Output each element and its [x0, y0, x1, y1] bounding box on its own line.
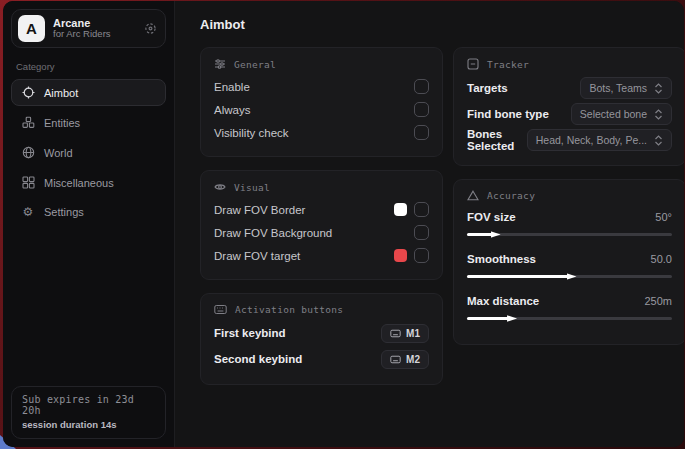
- sidebar-item-entities[interactable]: Entities: [11, 109, 166, 136]
- sidebar-item-aimbot[interactable]: Aimbot: [11, 79, 166, 106]
- slider-value: 250m: [644, 295, 672, 307]
- setting-label: Draw FOV Background: [214, 227, 332, 239]
- smoothness-slider[interactable]: [467, 275, 672, 278]
- page-title: Aimbot: [200, 17, 684, 32]
- chevrons-up-down-icon: [654, 109, 663, 120]
- keybind-value: M2: [406, 354, 420, 365]
- accuracy-card: Accuracy FOV size 50°: [453, 179, 684, 345]
- visibility-check-checkbox[interactable]: [414, 125, 429, 140]
- draw-fov-target-checkbox[interactable]: [414, 248, 429, 263]
- color-swatch[interactable]: [394, 203, 407, 216]
- setting-row-fov-size: FOV size 50°: [467, 206, 672, 236]
- setting-label: Max distance: [467, 295, 539, 307]
- slider-thumb[interactable]: [567, 272, 577, 282]
- setting-label: Enable: [214, 81, 250, 93]
- setting-row-draw-fov-target: Draw FOV target: [214, 244, 429, 267]
- card-title: Accuracy: [487, 190, 535, 201]
- card-title: General: [234, 59, 276, 70]
- boxes-icon: [21, 116, 35, 129]
- setting-row-first-keybind: First keybind M1: [214, 320, 429, 346]
- select-value: Head, Neck, Body, Pe...: [536, 134, 647, 146]
- enable-checkbox[interactable]: [414, 79, 429, 94]
- slider-value: 50.0: [651, 253, 672, 265]
- find-bone-type-select[interactable]: Selected bone: [571, 103, 672, 125]
- sidebar: A Arcane for Arc Riders Category: [3, 1, 175, 447]
- bones-selected-select[interactable]: Head, Neck, Body, Pe...: [527, 129, 672, 151]
- setting-row-bones-selected: Bones Selected Head, Neck, Body, Pe...: [467, 127, 672, 153]
- sidebar-item-label: Settings: [44, 206, 84, 218]
- slider-thumb[interactable]: [507, 314, 517, 324]
- keyboard-icon: [390, 329, 401, 338]
- main-panel: Aimbot General: [175, 1, 684, 447]
- setting-row-smoothness: Smoothness 50.0: [467, 248, 672, 278]
- setting-row-targets: Targets Bots, Teams: [467, 75, 672, 101]
- grid-icon: [21, 176, 35, 189]
- slider-thumb[interactable]: [491, 230, 501, 240]
- setting-row-max-distance: Max distance 250m: [467, 290, 672, 320]
- general-card: General Enable Always Visibility check: [200, 47, 443, 157]
- session-duration-text: session duration 14s: [22, 419, 155, 430]
- chevrons-up-down-icon: [654, 135, 663, 146]
- setting-label: Bones Selected: [467, 128, 527, 152]
- setting-label: First keybind: [214, 327, 286, 339]
- sidebar-item-settings[interactable]: ⚙ Settings: [11, 199, 166, 225]
- setting-label: Second keybind: [214, 353, 302, 365]
- select-value: Selected bone: [580, 108, 647, 120]
- keyboard-icon: [214, 304, 227, 315]
- app-subtitle: for Arc Riders: [53, 29, 111, 40]
- setting-row-find-bone-type: Find bone type Selected bone: [467, 101, 672, 127]
- draw-fov-border-checkbox[interactable]: [414, 202, 429, 217]
- second-keybind-button[interactable]: M2: [381, 350, 429, 369]
- crosshair-icon: [21, 86, 35, 99]
- slider-fill: [467, 317, 510, 320]
- card-title: Activation buttons: [235, 304, 343, 315]
- activation-buttons-card: Activation buttons First keybind M1: [200, 293, 443, 385]
- square-minus-icon: [467, 58, 479, 70]
- sub-expires-text: Sub expires in 23d 20h: [22, 394, 155, 416]
- max-distance-slider[interactable]: [467, 317, 672, 320]
- sidebar-item-world[interactable]: World: [11, 139, 166, 166]
- sliders-icon: [214, 58, 226, 70]
- setting-label: Targets: [467, 82, 508, 94]
- visual-card: Visual Draw FOV Border Draw FOV Backgrou…: [200, 170, 443, 280]
- keybind-value: M1: [406, 328, 420, 339]
- setting-label: Find bone type: [467, 108, 549, 120]
- globe-icon: [21, 146, 35, 159]
- chevrons-up-down-icon: [654, 83, 663, 94]
- app-logo: A: [18, 15, 45, 42]
- setting-label: Draw FOV target: [214, 250, 300, 262]
- targets-select[interactable]: Bots, Teams: [580, 77, 672, 99]
- color-swatch[interactable]: [394, 249, 407, 262]
- app-logo-card: A Arcane for Arc Riders: [11, 9, 166, 48]
- setting-label: Smoothness: [467, 253, 536, 265]
- setting-label: Always: [214, 104, 250, 116]
- category-label: Category: [16, 61, 161, 72]
- setting-row-draw-fov-border: Draw FOV Border: [214, 198, 429, 221]
- setting-row-visibility-check: Visibility check: [214, 121, 429, 144]
- setting-label: FOV size: [467, 211, 516, 223]
- subscription-info-card: Sub expires in 23d 20h session duration …: [11, 386, 166, 439]
- draw-fov-background-checkbox[interactable]: [414, 225, 429, 240]
- card-title: Visual: [234, 182, 270, 193]
- app-window: A Arcane for Arc Riders Category: [3, 1, 684, 447]
- setting-label: Draw FOV Border: [214, 204, 305, 216]
- slider-fill: [467, 275, 570, 278]
- card-title: Tracker: [487, 59, 529, 70]
- keyboard-icon: [390, 355, 401, 364]
- sidebar-item-label: World: [44, 147, 73, 159]
- sync-icon[interactable]: [144, 22, 157, 35]
- sidebar-item-label: Miscellaneous: [44, 177, 114, 189]
- always-checkbox[interactable]: [414, 102, 429, 117]
- setting-label: Visibility check: [214, 127, 289, 139]
- triangle-icon: [467, 190, 479, 201]
- setting-row-second-keybind: Second keybind M2: [214, 346, 429, 372]
- setting-row-enable: Enable: [214, 75, 429, 98]
- sidebar-item-label: Aimbot: [44, 87, 78, 99]
- slider-fill: [467, 233, 494, 236]
- sidebar-item-label: Entities: [44, 117, 80, 129]
- sidebar-item-miscellaneous[interactable]: Miscellaneous: [11, 169, 166, 196]
- eye-icon: [214, 181, 226, 193]
- first-keybind-button[interactable]: M1: [381, 324, 429, 343]
- tracker-card: Tracker Targets Bots, Teams: [453, 47, 684, 166]
- fov-size-slider[interactable]: [467, 233, 672, 236]
